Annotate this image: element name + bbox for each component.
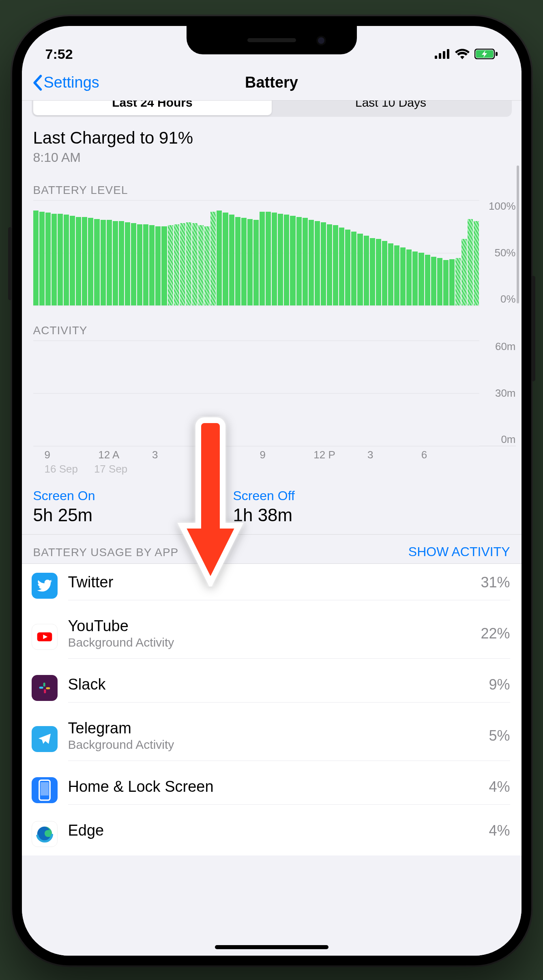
battery-bar [290,216,295,305]
app-row-twitter[interactable]: Twitter31% [22,564,522,608]
activity-label: ACTIVITY [22,324,522,337]
telegram-app-icon [32,726,58,752]
battery-bar [333,225,338,305]
app-name: Telegram [68,720,489,737]
battery-bar [229,215,234,305]
battery-bar [431,257,436,305]
activity-chart[interactable]: 60m 30m 0m [22,337,522,446]
svg-rect-13 [41,782,49,795]
app-name: Home & Lock Screen [68,778,489,795]
battery-bar [180,223,185,305]
battery-bar [339,228,344,305]
activity-totals: Screen On 5h 25m Screen Off 1h 38m [22,475,522,534]
battery-bar [412,251,418,305]
battery-bar [76,217,81,305]
last-charged-time: 8:10 AM [33,150,510,165]
battery-bar [186,222,191,305]
edge-app-icon [32,821,58,847]
battery-bar [168,225,173,305]
battery-bar [425,255,430,305]
battery-bar [149,225,155,305]
battery-charging-icon [474,49,498,59]
down-arrow-overlay-icon [176,416,245,587]
battery-bar [204,226,210,305]
battery-bar [94,219,99,305]
battery-bar [125,222,130,305]
back-button[interactable]: Settings [32,74,99,91]
home-indicator[interactable] [215,945,328,949]
battery-bar [119,221,124,305]
battery-bar [131,223,136,305]
svg-rect-0 [435,56,437,59]
time-range-segmented: Last 24 Hours Last 10 Days [32,101,512,117]
battery-bar [64,215,69,305]
x-axis-dates: 16 Sep17 Sep [33,461,522,475]
battery-bar [161,226,167,305]
show-activity-button[interactable]: SHOW ACTIVITY [408,544,510,559]
app-row-slack[interactable]: Slack9% [22,666,522,710]
twitter-app-icon [32,573,58,599]
battery-bar [107,220,112,305]
tab-last-24-hours[interactable]: Last 24 Hours [33,101,272,115]
svg-rect-1 [439,53,441,59]
screen-on-block: Screen On 5h 25m [33,488,95,525]
battery-bar [266,212,271,305]
svg-rect-10 [43,683,45,687]
activity-y-axis: 60m 30m 0m [479,340,516,446]
home-app-icon [32,777,58,803]
battery-bar [309,220,314,305]
battery-bar [39,212,45,305]
battery-bar [235,217,240,305]
app-row-edge[interactable]: Edge4% [22,812,522,855]
status-time: 7:52 [45,46,73,62]
battery-bar [192,223,197,305]
screen-on-value: 5h 25m [33,505,95,525]
battery-bar [370,238,375,305]
battery-bar [174,224,179,305]
battery-bar [394,245,399,305]
battery-level-chart[interactable]: 100% 50% 0% [22,197,522,305]
battery-bar [45,213,51,305]
app-subtitle: Background Activity [68,738,489,752]
app-percentage: 31% [481,574,510,591]
battery-bar [70,216,75,305]
battery-bar [210,212,216,305]
app-percentage: 4% [489,778,510,795]
app-usage-list[interactable]: Twitter31%YouTubeBackground Activity22%S… [22,564,522,855]
app-row-home[interactable]: Home & Lock Screen4% [22,768,522,812]
tab-last-10-days[interactable]: Last 10 Days [272,101,510,115]
battery-bar [474,221,479,305]
battery-bar [357,234,363,305]
app-percentage: 5% [489,727,510,744]
battery-bar [406,249,412,305]
battery-bar [443,260,449,305]
svg-rect-3 [447,49,449,59]
svg-rect-8 [39,687,43,689]
battery-bar [449,259,455,305]
svg-rect-2 [443,51,445,59]
app-row-telegram[interactable]: TelegramBackground Activity5% [22,710,522,768]
phone-frame: 7:52 Settings Battery Last 24 Hours Last… [12,16,531,965]
battery-bar [388,243,393,305]
battery-bar [321,222,326,305]
battery-bar [253,220,259,305]
app-name: Twitter [68,574,481,591]
app-row-youtube[interactable]: YouTubeBackground Activity22% [22,608,522,666]
battery-bar [303,218,308,305]
battery-bar [82,217,87,305]
battery-bar [345,230,350,305]
svg-rect-6 [496,52,498,56]
app-percentage: 9% [489,676,510,693]
back-label: Settings [44,74,99,91]
battery-bar [217,211,222,305]
battery-bar [315,221,320,305]
battery-bar [101,220,106,305]
battery-bar [155,226,161,305]
youtube-app-icon [32,624,58,650]
battery-bar [223,213,228,305]
wifi-icon [455,49,470,59]
battery-bar [198,225,204,305]
content-area[interactable]: Last 24 Hours Last 10 Days Last Charged … [22,101,522,956]
battery-bar [278,214,283,305]
page-title: Battery [245,74,298,91]
